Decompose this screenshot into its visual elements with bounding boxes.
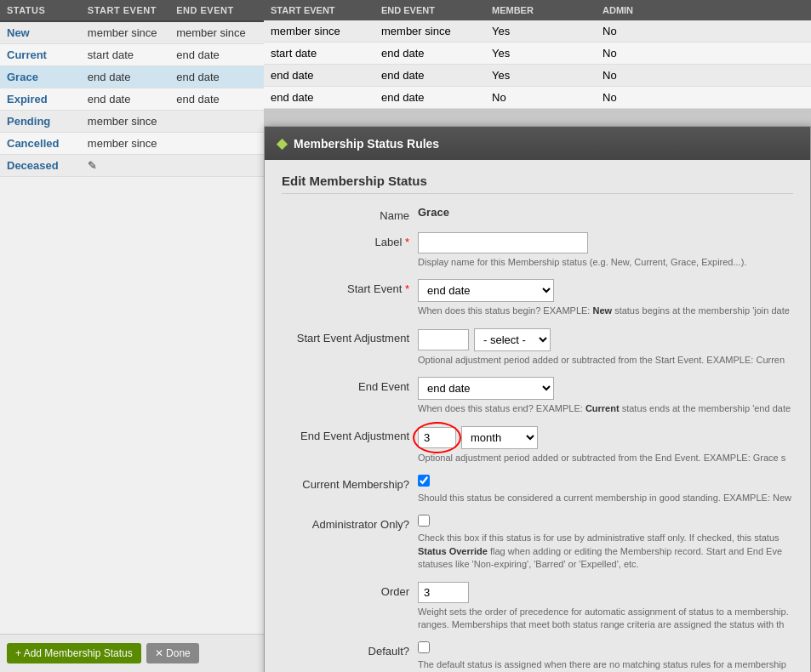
label-row: Label * Display name for this Membership…	[282, 232, 793, 269]
start-adjustment-number[interactable]	[418, 329, 469, 350]
modal-header: ◆ Membership Status Rules	[265, 127, 810, 160]
default-row: Default? The default status is assigned …	[282, 641, 793, 671]
end-event-label: End Event	[282, 377, 418, 393]
start-event-label: Start Event *	[282, 279, 418, 295]
background-table: START EVENT END EVENT MEMBER ADMIN membe…	[264, 0, 811, 109]
administrator-only-content: Check this box if this status is for use…	[418, 515, 793, 571]
administrator-only-checkbox[interactable]	[418, 515, 430, 527]
required-marker: *	[405, 236, 409, 248]
edit-icon: ✎	[88, 159, 176, 172]
start-event-cell: member since	[88, 137, 176, 150]
start-event-adjustment-label: Start Event Adjustment	[282, 328, 418, 345]
required-marker: *	[405, 282, 409, 295]
end-event-cell: end date	[176, 93, 257, 105]
name-content: Grace	[418, 206, 793, 219]
bg-table-row: member since member since Yes No	[264, 20, 811, 43]
end-event-content: end date member since start date When do…	[418, 377, 793, 415]
done-button[interactable]: ✕ Done	[146, 643, 199, 663]
end-event-cell: end date	[176, 71, 257, 83]
label-label: Label *	[282, 232, 418, 248]
bg-col-end: END EVENT	[381, 5, 492, 15]
col-header-end: END EVENT	[176, 5, 257, 15]
start-event-cell: member since	[88, 26, 176, 39]
start-event-row: Start Event * end date member since star…	[282, 279, 793, 317]
current-membership-content: Should this status be considered a curre…	[418, 475, 793, 504]
end-event-adjustment-label: End Event Adjustment	[282, 426, 418, 442]
label-help: Display name for this Membership status …	[418, 256, 793, 269]
start-adjustment-group: - select - month year day	[418, 328, 793, 351]
start-event-cell: end date	[88, 71, 176, 83]
table-row[interactable]: Current start date end date	[0, 44, 264, 66]
status-table-panel: STATUS START EVENT END EVENT New member …	[0, 0, 264, 672]
add-membership-status-button[interactable]: + Add Membership Status	[7, 643, 141, 663]
start-event-cell: start date	[88, 48, 176, 61]
end-adjustment-circle	[418, 427, 456, 448]
default-help: The default status is assigned when ther…	[418, 658, 793, 671]
name-value: Grace	[418, 202, 449, 219]
bg-admin: No	[603, 25, 688, 37]
bg-col-member: MEMBER	[492, 5, 603, 15]
start-event-select[interactable]: end date member since start date	[418, 279, 554, 302]
order-help: Weight sets the order of precedence for …	[418, 606, 793, 632]
administrator-only-help: Check this box if this status is for use…	[418, 532, 793, 571]
end-event-row: End Event end date member since start da…	[282, 377, 793, 415]
bg-table-row: end date end date Yes No	[264, 65, 811, 87]
current-membership-checkbox[interactable]	[418, 475, 430, 487]
label-content: Display name for this Membership status …	[418, 232, 793, 269]
current-membership-row: Current Membership? Should this status b…	[282, 475, 793, 504]
end-event-adjustment-content: month day year Optional adjustment perio…	[418, 426, 793, 464]
end-adjustment-number[interactable]	[418, 427, 456, 448]
end-event-cell: end date	[176, 48, 257, 61]
name-label: Name	[282, 206, 418, 222]
start-event-adjustment-row: Start Event Adjustment - select - month …	[282, 328, 793, 367]
membership-status-modal: ◆ Membership Status Rules Edit Membershi…	[264, 126, 811, 672]
bg-table-row: start date end date Yes No	[264, 43, 811, 65]
bg-end: member since	[381, 25, 492, 37]
default-content: The default status is assigned when ther…	[418, 641, 793, 671]
start-event-cell: member since	[88, 115, 176, 128]
section-title: Edit Membership Status	[282, 174, 793, 194]
administrator-only-label: Administrator Only?	[282, 515, 418, 531]
table-row[interactable]: Pending member since	[0, 111, 264, 133]
start-adjustment-help: Optional adjustment period added or subt…	[418, 354, 793, 367]
status-cell: Deceased	[7, 159, 88, 172]
start-event-help: When does this status begin? EXAMPLE: Ne…	[418, 305, 793, 317]
table-row[interactable]: Expired end date end date	[0, 88, 264, 111]
start-event-cell: end date	[88, 93, 176, 105]
bg-col-admin: ADMIN	[603, 5, 688, 15]
order-content: Weight sets the order of precedence for …	[418, 582, 793, 632]
end-event-help: When does this status end? EXAMPLE: Curr…	[418, 402, 793, 415]
table-row[interactable]: New member since member since	[0, 22, 264, 44]
bg-table-row: end date end date No No	[264, 87, 811, 109]
col-header-start: START EVENT	[88, 5, 176, 15]
administrator-only-row: Administrator Only? Check this box if th…	[282, 515, 793, 571]
modal-title: Membership Status Rules	[294, 137, 439, 151]
current-membership-help: Should this status be considered a curre…	[418, 492, 793, 504]
order-input[interactable]	[418, 582, 469, 603]
default-checkbox[interactable]	[418, 641, 430, 653]
end-adjustment-group: month day year	[418, 426, 793, 449]
end-event-adjustment-row: End Event Adjustment month day year Opti…	[282, 426, 793, 464]
status-cell: Cancelled	[7, 137, 88, 150]
start-event-adjustment-content: - select - month year day Optional adjus…	[418, 328, 793, 367]
end-adjustment-select[interactable]: month day year	[461, 426, 538, 449]
status-cell: New	[7, 26, 88, 39]
bg-col-start: START EVENT	[271, 5, 381, 15]
col-header-status: STATUS	[7, 5, 88, 15]
table-row[interactable]: Cancelled member since	[0, 133, 264, 155]
end-adjustment-help: Optional adjustment period added or subt…	[418, 452, 793, 464]
table-header: STATUS START EVENT END EVENT	[0, 0, 264, 22]
bg-member: Yes	[492, 25, 603, 37]
bg-start: member since	[271, 25, 381, 37]
name-row: Name Grace	[282, 206, 793, 222]
label-input[interactable]	[418, 232, 588, 253]
modal-body: Edit Membership Status Name Grace Label …	[265, 160, 810, 672]
start-adjustment-select[interactable]: - select - month year day	[474, 328, 551, 351]
status-cell: Grace	[7, 71, 88, 83]
start-event-content: end date member since start date When do…	[418, 279, 793, 317]
end-event-select[interactable]: end date member since start date	[418, 377, 554, 400]
table-row[interactable]: Deceased ✎	[0, 155, 264, 177]
table-row[interactable]: Grace end date end date	[0, 66, 264, 88]
order-row: Order Weight sets the order of precedenc…	[282, 582, 793, 632]
default-label: Default?	[282, 641, 418, 658]
